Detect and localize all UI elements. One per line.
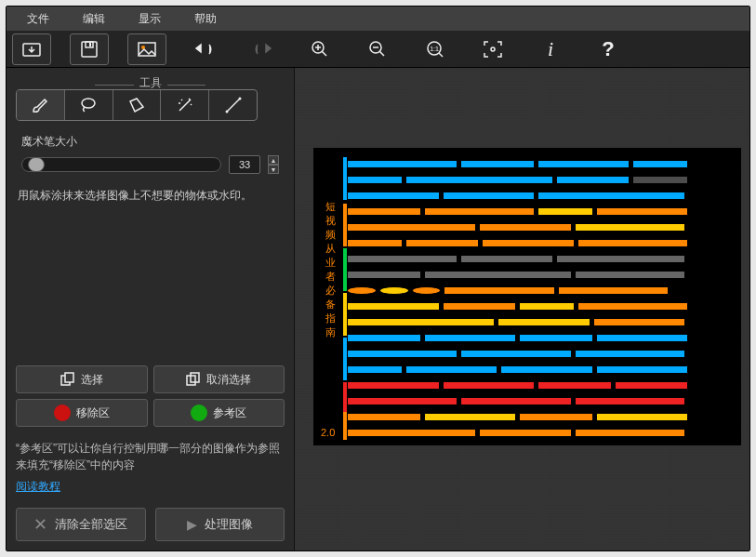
open-button[interactable]	[12, 33, 51, 65]
process-label: 处理图像	[205, 516, 253, 533]
tools-label: 工具	[134, 76, 167, 89]
line-icon	[224, 96, 243, 114]
tool-row	[16, 89, 258, 121]
deselect-icon	[186, 372, 201, 387]
menubar: 文件 编辑 显示 帮助	[7, 7, 749, 31]
redo-icon	[253, 42, 272, 57]
red-dot-icon	[54, 404, 71, 421]
select-button[interactable]: 选择	[16, 365, 148, 393]
app-window: 文件 编辑 显示 帮助 1:1 i ? 工具 魔术笔大小 33 ▲ ▼	[6, 6, 750, 551]
process-button[interactable]: ▶ 处理图像	[155, 508, 285, 541]
undo-icon	[195, 42, 214, 57]
brush-size-slider[interactable]	[21, 157, 221, 172]
polygon-tool[interactable]	[113, 90, 162, 120]
wand-icon	[176, 96, 194, 114]
svg-point-13	[238, 98, 241, 100]
lasso-tool[interactable]	[65, 90, 113, 120]
svg-rect-15	[65, 373, 73, 382]
select-label: 选择	[81, 372, 103, 388]
brush-size-value[interactable]: 33	[229, 155, 260, 174]
spin-up[interactable]: ▲	[268, 155, 279, 165]
help-button[interactable]: ?	[589, 33, 628, 65]
save-icon	[81, 41, 98, 58]
toolbar: 1:1 i ?	[7, 31, 749, 68]
spin-down[interactable]: ▼	[268, 165, 279, 174]
zoom-out-icon	[368, 40, 387, 59]
deselect-button[interactable]: 取消选择	[153, 365, 285, 393]
close-icon: ✕	[33, 514, 47, 535]
menu-file[interactable]: 文件	[10, 7, 66, 31]
redo-button[interactable]	[243, 33, 282, 65]
undo-button[interactable]	[185, 33, 224, 65]
save-button[interactable]	[70, 33, 109, 65]
slider-thumb[interactable]	[28, 157, 45, 172]
ref-label: 参考区	[213, 405, 246, 421]
svg-rect-3	[89, 43, 91, 46]
zoom-fit-button[interactable]	[473, 33, 512, 65]
brush-size-label: 魔术笔大小	[16, 134, 285, 150]
polygon-icon	[127, 96, 146, 114]
help-text: 用鼠标涂抹来选择图像上不想要的物体或水印。	[16, 187, 285, 205]
menu-help[interactable]: 帮助	[178, 7, 233, 31]
zoom-11-icon: 1:1	[425, 40, 445, 59]
zoom-in-button[interactable]	[300, 33, 339, 65]
svg-text:1:1: 1:1	[430, 46, 439, 52]
zoom-actual-button[interactable]: 1:1	[416, 33, 455, 65]
zoom-out-button[interactable]	[358, 33, 397, 65]
svg-point-11	[82, 99, 95, 108]
svg-point-10	[491, 47, 495, 51]
info-button[interactable]: i	[531, 33, 570, 65]
brush-tool[interactable]	[17, 90, 65, 120]
folder-open-icon	[22, 41, 41, 58]
image-title: 短视频从业者必备指南	[323, 200, 338, 339]
copy-icon	[60, 372, 75, 387]
clear-label: 清除全部选区	[55, 516, 127, 533]
fit-icon	[484, 41, 502, 58]
svg-point-12	[225, 111, 228, 113]
lasso-icon	[79, 96, 98, 114]
line-tool[interactable]	[209, 90, 257, 120]
brush-icon	[31, 96, 49, 114]
green-dot-icon	[191, 404, 207, 421]
menu-view[interactable]: 显示	[122, 7, 178, 31]
play-icon: ▶	[187, 517, 197, 532]
side-panel: 工具 魔术笔大小 33 ▲ ▼ 用鼠标涂抹来选择图像上不想要的物体或水印。 选择…	[7, 68, 295, 550]
zoom-in-icon	[311, 40, 329, 59]
wand-tool[interactable]	[161, 90, 209, 120]
image-version: 2.0	[321, 427, 335, 438]
reference-zone-button[interactable]: 参考区	[153, 399, 285, 427]
canvas-area[interactable]: 短视频从业者必备指南 2.0	[295, 68, 749, 550]
tutorial-link[interactable]: 阅读教程	[16, 479, 285, 495]
image-icon	[138, 42, 156, 57]
svg-rect-4	[139, 43, 155, 56]
remove-label: 移除区	[76, 405, 110, 421]
clear-all-button[interactable]: ✕ 清除全部选区	[16, 508, 146, 541]
menu-edit[interactable]: 编辑	[66, 7, 122, 31]
info-text: “参考区”可以让你自行控制用哪一部分的图像作为参照来填充“移除区”中的内容	[16, 440, 285, 473]
deselect-label: 取消选择	[206, 372, 251, 388]
image-button[interactable]	[127, 33, 166, 65]
loaded-image: 短视频从业者必备指南 2.0	[313, 148, 741, 445]
remove-zone-button[interactable]: 移除区	[16, 399, 148, 427]
